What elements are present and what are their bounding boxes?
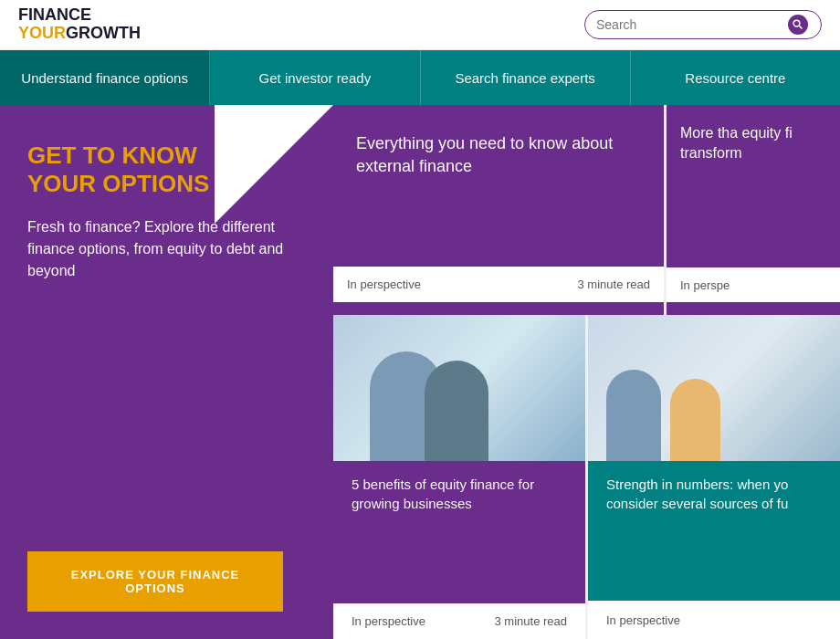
search-button[interactable]	[788, 15, 808, 35]
card-external-finance-label: In perspective	[347, 278, 421, 291]
card-strength-numbers-label: In perspective	[606, 613, 680, 627]
logo-finance: FINANCE	[18, 6, 91, 25]
card-external-finance-title: Everything you need to know about extern…	[356, 132, 641, 178]
cards-panel: Everything you need to know about extern…	[333, 105, 840, 639]
card-external-finance-meta: In perspective 3 minute read	[333, 267, 664, 302]
svg-point-0	[793, 20, 800, 26]
card-strength-numbers-image	[588, 315, 840, 461]
hero-body: Fresh to finance? Explore the different …	[27, 216, 306, 282]
cards-bottom-row: 5 benefits of equity finance for growing…	[333, 315, 840, 639]
card-external-finance: Everything you need to know about extern…	[333, 105, 664, 315]
hero-heading-line2: YOUR OPTIONS	[27, 170, 209, 197]
card-equity-transform-meta: In perspe	[667, 267, 840, 302]
nav-item-search[interactable]: Search finance experts	[421, 50, 631, 105]
card-equity-benefits-image	[333, 315, 585, 461]
card-equity-benefits-label: In perspective	[352, 614, 425, 628]
card-equity-benefits-content: 5 benefits of equity finance for growing…	[333, 461, 585, 603]
search-bar[interactable]	[584, 10, 822, 39]
logo-your: YOUR	[18, 25, 66, 43]
cards-top-row: Everything you need to know about extern…	[333, 105, 840, 315]
card-strength-numbers: Strength in numbers: when yo consider se…	[588, 315, 840, 639]
card-equity-transform-label: In perspe	[680, 278, 730, 292]
card-equity-benefits: 5 benefits of equity finance for growing…	[333, 315, 588, 639]
nav-item-investor[interactable]: Get investor ready	[210, 50, 420, 105]
explore-button[interactable]: EXPLORE YOUR FINANCE OPTIONS	[27, 551, 283, 612]
card-equity-transform-title: More tha equity fi transform	[680, 123, 826, 164]
main-nav: Understand finance options Get investor …	[0, 50, 840, 105]
card-strength-numbers-content: Strength in numbers: when yo consider se…	[588, 461, 840, 601]
nav-item-understand[interactable]: Understand finance options	[0, 50, 210, 105]
main-content: GET TO KNOW YOUR OPTIONS Fresh to financ…	[0, 105, 840, 639]
hero-panel: GET TO KNOW YOUR OPTIONS Fresh to financ…	[0, 105, 333, 639]
card-equity-transform: More tha equity fi transform In perspe	[667, 105, 840, 315]
logo-growth: GROWTH	[66, 25, 141, 43]
header: FINANCE YOUR GROWTH	[0, 0, 840, 50]
card-equity-benefits-title: 5 benefits of equity finance for growing…	[352, 475, 567, 513]
logo: FINANCE YOUR GROWTH	[18, 6, 141, 43]
card-equity-benefits-meta: In perspective 3 minute read	[333, 603, 585, 639]
card-equity-benefits-read: 3 minute read	[495, 614, 568, 628]
hero-heading: GET TO KNOW YOUR OPTIONS	[27, 141, 306, 198]
hero-heading-line1: GET TO KNOW	[27, 141, 197, 169]
card-external-finance-read: 3 minute read	[578, 278, 651, 291]
search-input[interactable]	[596, 17, 788, 32]
nav-item-resource[interactable]: Resource centre	[631, 50, 840, 105]
card-strength-numbers-title: Strength in numbers: when yo consider se…	[606, 475, 822, 513]
card-strength-numbers-meta: In perspective	[588, 601, 840, 639]
svg-line-1	[799, 26, 802, 28]
